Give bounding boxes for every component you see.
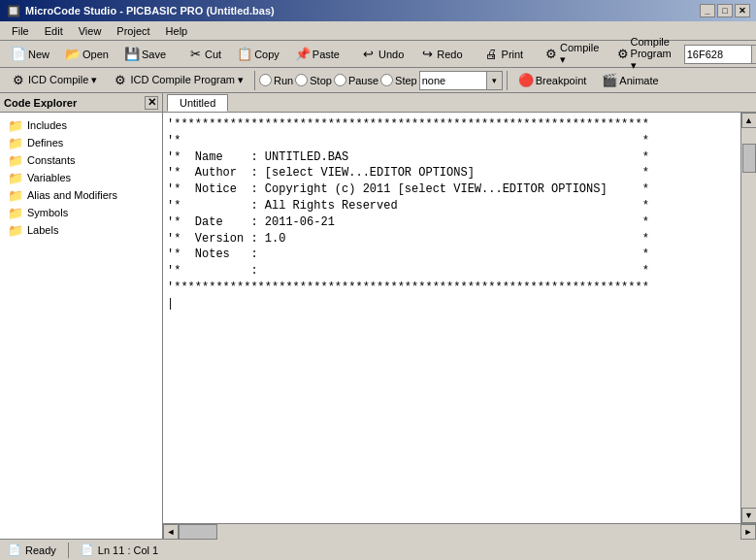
save-button[interactable]: 💾 Save <box>117 44 173 65</box>
compile-button[interactable]: ⚙ Compile ▾ <box>538 44 608 65</box>
editor-area: Untitled '******************************… <box>163 93 756 539</box>
none-combo-value: none <box>419 71 487 90</box>
run-radio[interactable]: Run <box>259 74 293 86</box>
redo-button[interactable]: ↪ Redo <box>412 44 469 65</box>
scroll-h-thumb[interactable] <box>179 524 217 540</box>
tree-item-defines[interactable]: 📁 Defines <box>0 134 162 151</box>
toolbar-1: 📄 New 📂 Open 💾 Save ✂ Cut 📋 Copy 📌 Paste… <box>0 41 756 68</box>
folder-icon-variables: 📁 <box>8 170 23 185</box>
new-icon: 📄 <box>11 47 26 62</box>
explorer-title: Code Explorer <box>4 97 77 109</box>
maximize-button[interactable]: □ <box>717 4 733 17</box>
explorer-tree: 📁 Includes 📁 Defines 📁 Constants 📁 Varia… <box>0 113 162 539</box>
app-icon: 🔲 <box>6 3 21 18</box>
compile-program-icon: ⚙ <box>617 47 629 62</box>
menu-edit[interactable]: Edit <box>37 23 71 39</box>
folder-icon-defines: 📁 <box>8 135 23 150</box>
close-button[interactable]: ✕ <box>735 4 750 17</box>
window-controls: _ □ ✕ <box>700 4 750 17</box>
none-combo-arrow[interactable]: ▾ <box>487 71 503 90</box>
tab-untitled[interactable]: Untitled <box>167 94 228 112</box>
scrollbar-vertical[interactable]: ▲ ▼ <box>740 113 756 523</box>
explorer-close-button[interactable]: ✕ <box>145 96 158 110</box>
icd-compile-icon: ⚙ <box>11 73 26 88</box>
copy-button[interactable]: 📋 Copy <box>230 44 286 65</box>
breakpoint-icon: 🔴 <box>518 73 534 88</box>
undo-button[interactable]: ↩ Undo <box>354 44 411 65</box>
scroll-down-button[interactable]: ▼ <box>741 508 757 523</box>
device-combo-value: 16F628 <box>684 45 752 64</box>
open-button[interactable]: 📂 Open <box>58 44 115 65</box>
icd-compile-button[interactable]: ⚙ ICD Compile ▾ <box>4 70 104 91</box>
cut-icon: ✂ <box>187 47 203 62</box>
icd-compile-program-icon: ⚙ <box>113 73 128 88</box>
print-button[interactable]: 🖨 Print <box>477 44 531 65</box>
status-bar: 📄 Ready 📄 Ln 11 : Col 1 <box>0 539 756 560</box>
tree-item-constants[interactable]: 📁 Constants <box>0 151 162 169</box>
status-ready: 📄 Ready <box>8 544 56 556</box>
copy-icon: 📋 <box>237 47 252 62</box>
none-selector[interactable]: none ▾ <box>419 71 503 90</box>
folder-icon-alias: 📁 <box>8 187 23 203</box>
separator-7 <box>507 71 508 90</box>
status-text: Ready <box>25 544 56 556</box>
folder-icon-labels: 📁 <box>8 222 23 238</box>
tree-item-includes[interactable]: 📁 Includes <box>0 116 162 134</box>
scroll-h-track <box>179 524 740 540</box>
paste-icon: 📌 <box>295 47 311 62</box>
code-editor[interactable]: '***************************************… <box>163 113 740 523</box>
tree-item-variables[interactable]: 📁 Variables <box>0 169 162 186</box>
new-button[interactable]: 📄 New <box>4 44 56 65</box>
tree-item-alias[interactable]: 📁 Alias and Modifiers <box>0 186 162 204</box>
editor-scroll-container: '***************************************… <box>163 113 756 523</box>
minimize-button[interactable]: _ <box>700 4 715 17</box>
device-selector[interactable]: 16F628 ▾ <box>684 45 756 64</box>
explorer-header: Code Explorer ✕ <box>0 93 162 113</box>
scrollbar-horizontal[interactable]: ◄ ► <box>163 523 756 539</box>
animate-button[interactable]: 🎬 Animate <box>595 70 665 91</box>
toolbar-2: ⚙ ICD Compile ▾ ⚙ ICD Compile Program ▾ … <box>0 68 756 93</box>
step-radio[interactable]: Step <box>380 74 417 86</box>
open-icon: 📂 <box>65 47 81 62</box>
tree-item-labels[interactable]: 📁 Labels <box>0 221 162 239</box>
undo-icon: ↩ <box>361 47 377 62</box>
scroll-right-button[interactable]: ► <box>740 524 756 540</box>
animate-icon: 🎬 <box>602 73 617 88</box>
status-divider <box>68 543 69 558</box>
menu-help[interactable]: Help <box>158 23 196 39</box>
paste-button[interactable]: 📌 Paste <box>288 44 346 65</box>
pause-radio[interactable]: Pause <box>334 74 378 86</box>
scroll-up-button[interactable]: ▲ <box>741 113 757 128</box>
main-layout: Code Explorer ✕ 📁 Includes 📁 Defines 📁 C… <box>0 93 756 539</box>
menu-file[interactable]: File <box>4 23 37 39</box>
code-explorer-panel: Code Explorer ✕ 📁 Includes 📁 Defines 📁 C… <box>0 93 163 539</box>
compile-icon: ⚙ <box>544 47 558 62</box>
status-icon-2: 📄 <box>81 544 94 556</box>
scroll-v-thumb[interactable] <box>742 144 756 173</box>
tree-item-symbols[interactable]: 📁 Symbols <box>0 204 162 221</box>
breakpoint-button[interactable]: 🔴 Breakpoint <box>511 70 594 91</box>
folder-icon-symbols: 📁 <box>8 205 23 220</box>
print-icon: 🖨 <box>484 47 500 62</box>
title-bar: 🔲 MicroCode Studio - PICBASIC PRO (Untit… <box>0 0 756 21</box>
icd-compile-program-button[interactable]: ⚙ ICD Compile Program ▾ <box>106 70 250 91</box>
menu-view[interactable]: View <box>71 23 110 39</box>
status-position: 📄 Ln 11 : Col 1 <box>81 544 158 556</box>
menu-project[interactable]: Project <box>109 23 157 39</box>
separator-6 <box>254 71 255 90</box>
window-title: MicroCode Studio - PICBASIC PRO (Untitle… <box>25 5 700 16</box>
status-icon: 📄 <box>8 544 21 556</box>
redo-icon: ↪ <box>419 47 435 62</box>
stop-radio[interactable]: Stop <box>295 74 332 86</box>
status-position-text: Ln 11 : Col 1 <box>98 544 158 556</box>
tab-bar: Untitled <box>163 93 756 113</box>
scroll-left-button[interactable]: ◄ <box>163 524 179 540</box>
device-combo-arrow[interactable]: ▾ <box>752 45 756 64</box>
folder-icon-constants: 📁 <box>8 152 23 168</box>
folder-icon-includes: 📁 <box>8 117 23 133</box>
compile-program-button[interactable]: ⚙ Compile Program ▾ <box>610 44 682 65</box>
save-icon: 💾 <box>124 47 140 62</box>
cut-button[interactable]: ✂ Cut <box>181 44 228 65</box>
